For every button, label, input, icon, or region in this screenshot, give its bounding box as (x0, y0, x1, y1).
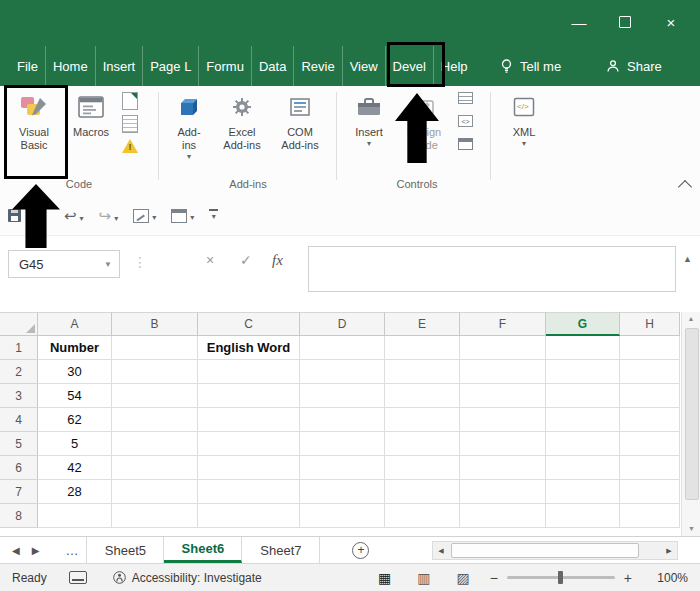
cell-B8[interactable] (112, 504, 198, 528)
row-header-8[interactable]: 8 (0, 504, 38, 528)
cell-D3[interactable] (300, 384, 385, 408)
sheet-tab-sheet6[interactable]: Sheet6 (164, 537, 242, 563)
macro-record-button[interactable] (69, 571, 87, 584)
cell-B3[interactable] (112, 384, 198, 408)
cell-C5[interactable] (198, 432, 300, 456)
confirm-entry-button[interactable]: ✓ (240, 252, 252, 268)
cell-D2[interactable] (300, 360, 385, 384)
cell-B4[interactable] (112, 408, 198, 432)
cell-H1[interactable] (620, 336, 680, 360)
cell-D4[interactable] (300, 408, 385, 432)
cell-C7[interactable] (198, 480, 300, 504)
scroll-down-icon[interactable]: ▼ (682, 522, 700, 536)
cell-C1[interactable]: English Word (198, 336, 300, 360)
cell-F5[interactable] (460, 432, 546, 456)
cell-A7[interactable]: 28 (38, 480, 112, 504)
cell-E5[interactable] (385, 432, 460, 456)
cell-F3[interactable] (460, 384, 546, 408)
collapse-formula-bar-button[interactable]: ▲ (683, 254, 692, 264)
view-code-button[interactable]: <> (458, 115, 474, 131)
cell-E1[interactable] (385, 336, 460, 360)
cell-E8[interactable] (385, 504, 460, 528)
cell-E6[interactable] (385, 456, 460, 480)
zoom-out-button[interactable]: − (490, 570, 498, 586)
ribbon-tab-revie[interactable]: Revie (293, 46, 341, 86)
cell-B1[interactable] (112, 336, 198, 360)
normal-view-button[interactable]: ▦ (378, 570, 391, 586)
formula-input[interactable] (308, 246, 676, 292)
cell-G7[interactable] (546, 480, 620, 504)
ribbon-tab-formu[interactable]: Formu (198, 46, 251, 86)
cancel-entry-button[interactable]: × (206, 252, 214, 268)
scroll-left-icon[interactable]: ◀ (433, 547, 449, 555)
column-header-H[interactable]: H (620, 312, 680, 336)
com-add-ins-button[interactable]: COM Add-ins (272, 90, 328, 152)
cell-F7[interactable] (460, 480, 546, 504)
row-header-7[interactable]: 7 (0, 480, 38, 504)
ribbon-tab-help[interactable]: Help (433, 46, 475, 86)
row-header-3[interactable]: 3 (0, 384, 38, 408)
cell-G1[interactable] (546, 336, 620, 360)
add-ins-button[interactable]: Add-ins ▾ (166, 90, 212, 162)
visual-basic-button[interactable]: Visual Basic (6, 90, 62, 152)
cell-B2[interactable] (112, 360, 198, 384)
cell-A6[interactable]: 42 (38, 456, 112, 480)
cell-A2[interactable]: 30 (38, 360, 112, 384)
cell-F1[interactable] (460, 336, 546, 360)
cell-G6[interactable] (546, 456, 620, 480)
xml-source-button[interactable]: </> XML ▾ (500, 90, 548, 149)
maximize-button[interactable] (602, 6, 648, 38)
cell-F2[interactable] (460, 360, 546, 384)
run-dialog-button[interactable] (458, 138, 474, 154)
select-all-corner[interactable] (0, 312, 38, 336)
ribbon-tab-view[interactable]: View (342, 46, 385, 86)
properties-button[interactable] (458, 92, 474, 108)
cell-D8[interactable] (300, 504, 385, 528)
accessibility-checker-button[interactable]: Accessibility: Investigate (113, 571, 262, 585)
cell-G2[interactable] (546, 360, 620, 384)
column-header-C[interactable]: C (198, 312, 300, 336)
cell-D5[interactable] (300, 432, 385, 456)
macro-security-button[interactable]: ! (122, 138, 138, 154)
scroll-right-icon[interactable]: ▶ (661, 547, 677, 555)
cell-G5[interactable] (546, 432, 620, 456)
cell-B5[interactable] (112, 432, 198, 456)
cell-C3[interactable] (198, 384, 300, 408)
cell-G4[interactable] (546, 408, 620, 432)
relative-references-button[interactable] (122, 115, 138, 131)
customize-quick-access-button[interactable]: ▾ (209, 209, 218, 222)
column-header-A[interactable]: A (38, 312, 112, 336)
name-box[interactable]: G45 ▼ (8, 250, 120, 278)
cell-A1[interactable]: Number (38, 336, 112, 360)
cell-H4[interactable] (620, 408, 680, 432)
vertical-scrollbar[interactable]: ▲ ▼ (681, 312, 700, 536)
cell-F4[interactable] (460, 408, 546, 432)
cell-C4[interactable] (198, 408, 300, 432)
cell-E4[interactable] (385, 408, 460, 432)
horizontal-scrollbar-thumb[interactable] (451, 543, 639, 558)
cell-B7[interactable] (112, 480, 198, 504)
cell-E7[interactable] (385, 480, 460, 504)
cell-C8[interactable] (198, 504, 300, 528)
cell-G8[interactable] (546, 504, 620, 528)
sheet-overflow-button[interactable]: … (51, 537, 86, 563)
redo-button[interactable]: ↪ ▾ (99, 208, 119, 224)
new-sheet-button[interactable]: + (352, 537, 369, 563)
cell-H8[interactable] (620, 504, 680, 528)
row-header-6[interactable]: 6 (0, 456, 38, 480)
column-header-B[interactable]: B (112, 312, 198, 336)
cell-A8[interactable] (38, 504, 112, 528)
column-header-E[interactable]: E (385, 312, 460, 336)
insert-function-button[interactable]: fx (272, 252, 283, 269)
sheet-tab-sheet5[interactable]: Sheet5 (86, 537, 164, 563)
excel-add-ins-button[interactable]: Excel Add-ins (214, 90, 270, 152)
ribbon-tab-home[interactable]: Home (45, 46, 95, 86)
ribbon-tab-devel[interactable]: Devel (385, 46, 433, 86)
share-button[interactable]: Share (606, 46, 662, 86)
horizontal-scrollbar[interactable]: ◀ ▶ (432, 541, 678, 560)
sheet-tab-sheet7[interactable]: Sheet7 (242, 537, 320, 563)
next-sheet-button[interactable]: ▶ (32, 545, 40, 556)
collapse-ribbon-button[interactable] (678, 180, 692, 194)
ribbon-tab-insert[interactable]: Insert (95, 46, 143, 86)
cell-H5[interactable] (620, 432, 680, 456)
